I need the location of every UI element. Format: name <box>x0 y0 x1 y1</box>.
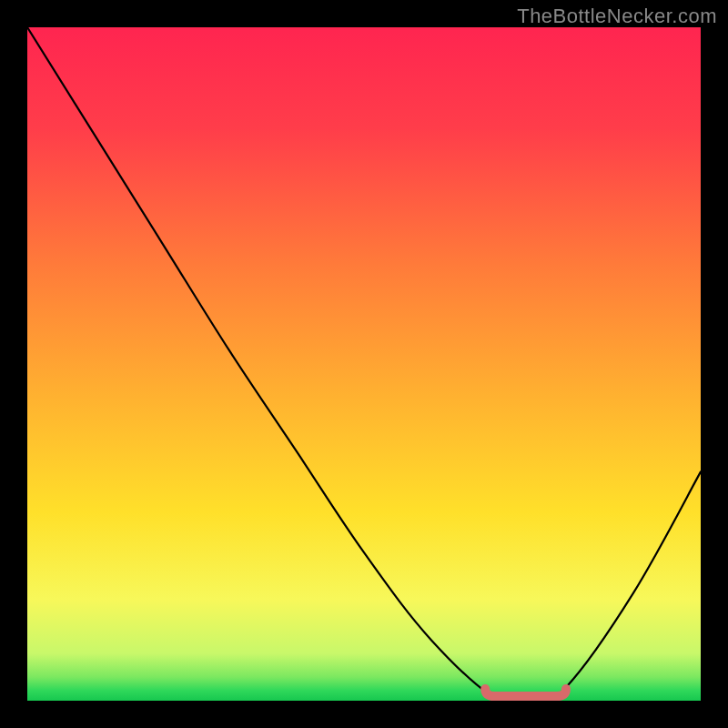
bottleneck-chart <box>0 0 728 728</box>
chart-frame: TheBottleNecker.com <box>0 0 728 728</box>
gradient-background <box>27 27 701 701</box>
watermark-text: TheBottleNecker.com <box>517 5 717 28</box>
